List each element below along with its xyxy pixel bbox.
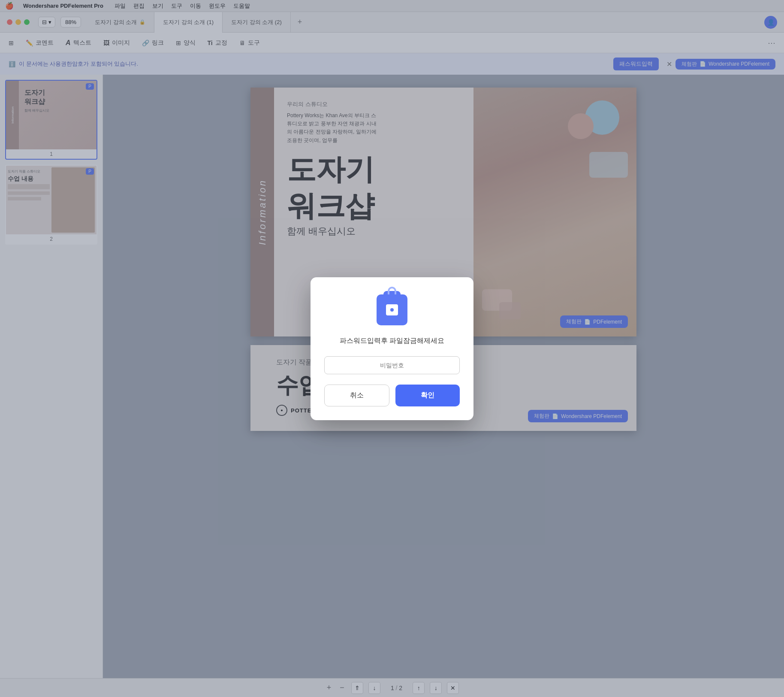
- dialog-overlay: 파스워드입력후 파일잠금해제세요 취소 확인: [0, 0, 784, 697]
- password-input[interactable]: [324, 356, 460, 374]
- lock-shackle: [388, 287, 396, 294]
- lock-icon-dialog: [377, 294, 407, 325]
- cancel-button[interactable]: 취소: [324, 385, 389, 406]
- lock-body: [386, 304, 398, 315]
- password-dialog: 파스워드입력후 파일잠금해제세요 취소 확인: [311, 277, 473, 420]
- confirm-button[interactable]: 확인: [395, 385, 460, 406]
- lock-keyhole: [390, 308, 394, 312]
- dialog-message: 파스워드입력후 파일잠금해제세요: [340, 336, 444, 346]
- dialog-buttons: 취소 확인: [324, 385, 460, 406]
